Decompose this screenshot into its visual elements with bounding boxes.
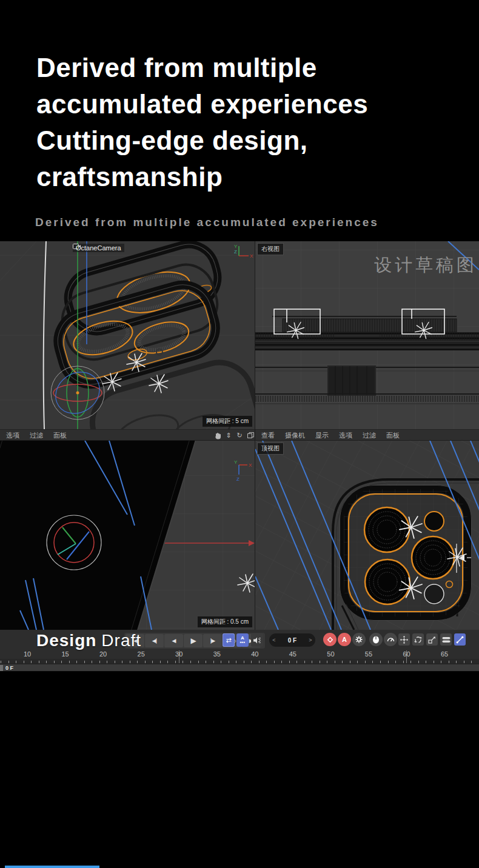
ruler-frame-number: 40	[251, 650, 258, 658]
page: Derived from multiple accumulated experi…	[0, 0, 479, 868]
record-parameter-button[interactable]	[440, 633, 452, 646]
rotate-view-icon[interactable]: ↻	[235, 432, 244, 440]
ruler-frame-number: 30	[175, 650, 183, 658]
ruler-frame-number: 45	[289, 650, 296, 658]
parameter-sliders-icon	[442, 636, 451, 643]
viewport-right[interactable]: 右视图 设计草稿图	[255, 241, 479, 429]
scale-icon	[428, 636, 436, 644]
tick-marks	[1, 661, 479, 663]
hero-section: Derived from multiple accumulated experi…	[0, 0, 479, 241]
viewport-top-canvas	[255, 441, 479, 630]
viewport-top-label[interactable]: 顶视图	[257, 442, 284, 455]
ruler-frame-number: 65	[441, 650, 448, 658]
record-keyframe-button[interactable]	[323, 633, 337, 646]
title-line-1: Derived from multiple	[36, 50, 368, 86]
viewport-menubar: 选项过滤面板 ⇕ ↻ 查看摄像机显示选项过滤面板	[0, 429, 479, 441]
record-pla-button[interactable]	[454, 633, 466, 646]
current-frame-label: 0 F	[5, 665, 13, 671]
frame-next-chevron[interactable]: >	[306, 637, 315, 643]
camera-label[interactable]: OctaneCamera	[73, 244, 124, 252]
ruler-frame-number: 15	[61, 650, 69, 658]
gear-icon	[355, 636, 363, 643]
ruler-frame-number: 50	[327, 650, 334, 658]
axis-y-label: Y	[234, 244, 238, 249]
ruler-frame-number: 25	[138, 650, 145, 658]
menubar-left: 选项过滤面板	[6, 430, 77, 441]
right-menu-item[interactable]: 显示	[315, 431, 329, 440]
ruler-frame-number: 60	[403, 650, 410, 658]
right-menu-item[interactable]: 查看	[261, 431, 275, 440]
right-menu-item[interactable]: 面板	[386, 431, 400, 440]
axis-gizmo: Y X Z	[232, 458, 253, 482]
ruler-frame-number: 20	[99, 650, 107, 658]
grid-spacing-label: 网格间距 : 5 cm	[203, 416, 252, 427]
left-menu-item[interactable]: 面板	[53, 431, 67, 440]
play-button[interactable]: ▶	[184, 634, 203, 647]
maximize-view-icon[interactable]	[246, 432, 255, 440]
viewport-front-canvas	[0, 441, 255, 630]
record-rotation-button[interactable]	[412, 633, 424, 646]
next-frame-button[interactable]: |▶	[203, 634, 222, 647]
title-line-2: accumulated experiences	[36, 86, 368, 122]
previous-frame-button[interactable]: ◀	[164, 634, 183, 647]
loop-playback-button[interactable]: ⇄	[223, 633, 235, 647]
menubar-right: 查看摄像机显示选项过滤面板	[261, 430, 410, 441]
page-title: Derived from multiple accumulated experi…	[36, 50, 368, 195]
ruler-frame-number: 55	[365, 650, 372, 658]
autokey-dots: ▪▪▪	[240, 640, 246, 644]
hud-gauge-button[interactable]	[384, 633, 397, 646]
keyframe-selection-button[interactable]	[352, 633, 366, 646]
viewport-perspective[interactable]: OctaneCamera Y Z X 网格间距 : 5 cm	[0, 241, 255, 429]
keyframe-diamond-icon	[327, 636, 333, 643]
viewport-right-label[interactable]: 右视图	[257, 243, 284, 255]
footer-progress-bar	[5, 866, 99, 868]
record-mouse-button[interactable]	[369, 633, 383, 646]
previous-key-button[interactable]: ◀|	[145, 634, 164, 647]
current-frame-field[interactable]: < 0 F >	[269, 633, 315, 647]
range-handle[interactable]	[0, 665, 3, 671]
ruler-frame-number: 35	[213, 650, 221, 658]
pla-icon	[456, 636, 464, 644]
editor-screenshot: OctaneCamera Y Z X 网格间距 : 5 cm	[0, 241, 479, 672]
right-menu-item[interactable]: 摄像机	[285, 431, 305, 440]
autokeying-button[interactable]: A	[338, 633, 351, 646]
record-scale-button[interactable]	[426, 633, 438, 646]
camera-icon	[73, 244, 81, 249]
left-menu-item[interactable]: 选项	[6, 431, 19, 440]
viewport-front[interactable]: Y X Z 网格间距 : 0.5 cm	[0, 441, 255, 630]
timeline: DesignDraft |◀◀|◀▶|▶▶◇▶| ⇄ A▪▪▪ < 0 F >	[0, 630, 479, 672]
design-draft-regular: Draft	[101, 631, 141, 650]
design-draft-title: DesignDraft	[36, 631, 141, 650]
position-icon	[400, 636, 408, 644]
viewport-top[interactable]: 顶视图	[255, 441, 479, 630]
title-line-4: craftsmanship	[36, 159, 368, 195]
right-menu-item[interactable]: 过滤	[363, 431, 376, 440]
axis-gizmo: Y Z X	[232, 242, 253, 261]
menubar-left-icons: ⇕ ↻	[213, 430, 255, 441]
dolly-zoom-icon[interactable]: ⇕	[224, 432, 233, 440]
axis-z-label: Z	[236, 476, 240, 482]
title-line-3: Cutting-edge design,	[36, 122, 368, 159]
axis-y-label: Y	[234, 459, 238, 465]
autokey-range-button[interactable]: A▪▪▪	[236, 633, 249, 647]
timeline-ticks[interactable]	[0, 659, 479, 664]
sound-button[interactable]	[251, 633, 263, 647]
frame-prev-chevron[interactable]: <	[269, 637, 279, 643]
right-menu-item[interactable]: 选项	[339, 431, 352, 440]
design-draft-bold: Design	[36, 631, 96, 650]
design-draft-watermark: 设计草稿图	[374, 253, 477, 278]
preview-range-bar[interactable]: 0 F	[0, 664, 479, 672]
viewport-perspective-canvas	[0, 241, 255, 429]
ruler-frame-number: 10	[24, 650, 31, 658]
grid-spacing-label: 网格间距 : 0.5 cm	[198, 616, 252, 627]
page-subtitle: Derived from multiple accumulated experi…	[35, 216, 379, 229]
speaker-icon	[253, 637, 261, 644]
pan-hand-icon[interactable]	[213, 432, 222, 440]
axis-x-label: X	[250, 253, 253, 259]
axis-z-label: Z	[234, 249, 237, 255]
viewport-divider[interactable]	[255, 241, 255, 630]
left-menu-item[interactable]: 过滤	[30, 431, 43, 440]
axis-x-label: X	[249, 462, 252, 468]
speedometer-icon	[387, 636, 395, 643]
record-position-button[interactable]	[398, 633, 410, 646]
